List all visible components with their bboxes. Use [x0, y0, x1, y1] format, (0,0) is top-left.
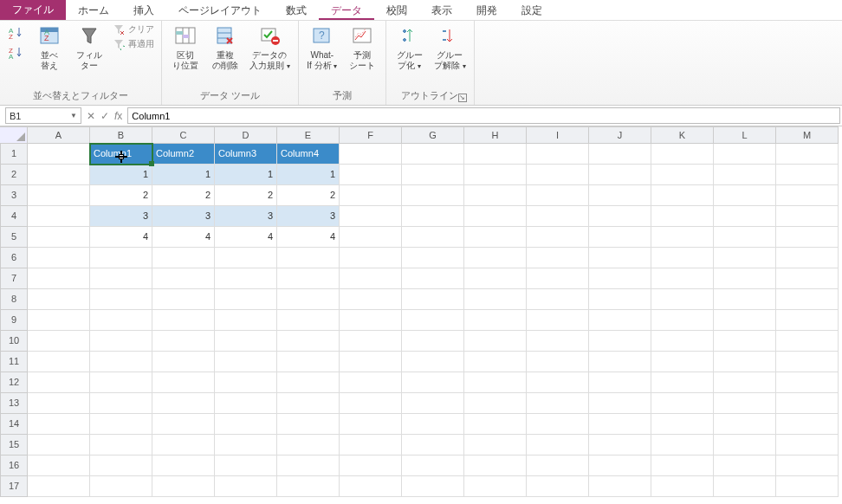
cell[interactable]: 2: [90, 185, 152, 206]
cell[interactable]: [90, 248, 152, 268]
reapply-filter-button[interactable]: 再適用: [111, 37, 156, 51]
cell[interactable]: 2: [215, 185, 277, 206]
cell[interactable]: [776, 268, 839, 289]
cell[interactable]: [402, 268, 464, 289]
tab-view[interactable]: 表示: [419, 0, 464, 20]
cell[interactable]: [340, 310, 402, 331]
cell[interactable]: [277, 248, 340, 268]
cell[interactable]: [651, 144, 714, 165]
cell[interactable]: [714, 456, 776, 476]
whatif-button[interactable]: ? What- If 分析 ▾: [304, 23, 340, 74]
cell[interactable]: [28, 414, 90, 435]
cell[interactable]: [402, 331, 464, 352]
cell[interactable]: [215, 393, 277, 414]
cell[interactable]: [589, 206, 651, 227]
cell[interactable]: [714, 310, 776, 331]
clear-filter-button[interactable]: クリア: [111, 23, 156, 36]
row-header[interactable]: 11: [0, 352, 28, 372]
row-header[interactable]: 1: [0, 144, 28, 165]
cell[interactable]: [28, 456, 90, 476]
cell[interactable]: [402, 227, 464, 248]
cell[interactable]: [651, 227, 714, 248]
select-all-corner[interactable]: [0, 126, 28, 144]
cell[interactable]: [464, 435, 527, 456]
cell[interactable]: [152, 456, 215, 476]
data-validation-button[interactable]: データの 入力規則 ▾: [247, 23, 293, 74]
cell[interactable]: [340, 185, 402, 206]
cell[interactable]: [28, 165, 90, 185]
cell[interactable]: [651, 393, 714, 414]
row-header[interactable]: 7: [0, 268, 28, 289]
cell[interactable]: [340, 435, 402, 456]
cell[interactable]: [340, 456, 402, 476]
dialog-launcher-icon[interactable]: ↘: [458, 94, 467, 102]
cell[interactable]: [776, 310, 839, 331]
tab-settings[interactable]: 設定: [509, 0, 554, 20]
cell[interactable]: 3: [90, 206, 152, 227]
row-header[interactable]: 10: [0, 331, 28, 352]
cell[interactable]: [589, 165, 651, 185]
cell[interactable]: [589, 414, 651, 435]
cell[interactable]: [340, 206, 402, 227]
cell[interactable]: [464, 227, 527, 248]
cell[interactable]: [589, 185, 651, 206]
cell[interactable]: [402, 372, 464, 393]
confirm-formula-button[interactable]: ✓: [100, 110, 109, 122]
cell[interactable]: [340, 352, 402, 372]
cell[interactable]: [464, 289, 527, 310]
tab-page-layout[interactable]: ページレイアウト: [166, 0, 274, 20]
cell[interactable]: [527, 352, 589, 372]
cell[interactable]: [714, 476, 776, 497]
cell[interactable]: [28, 435, 90, 456]
cell[interactable]: [776, 414, 839, 435]
cell[interactable]: 1: [152, 165, 215, 185]
col-header[interactable]: M: [776, 126, 839, 144]
cell[interactable]: [527, 414, 589, 435]
cell[interactable]: [527, 144, 589, 165]
cell[interactable]: [215, 476, 277, 497]
cell[interactable]: [152, 352, 215, 372]
col-header[interactable]: F: [340, 126, 402, 144]
cell[interactable]: [152, 476, 215, 497]
tab-home[interactable]: ホーム: [66, 0, 121, 20]
cell[interactable]: [464, 331, 527, 352]
cell[interactable]: [90, 268, 152, 289]
cell[interactable]: [152, 393, 215, 414]
cell[interactable]: [215, 414, 277, 435]
row-header[interactable]: 8: [0, 289, 28, 310]
cell[interactable]: [527, 372, 589, 393]
cell[interactable]: [90, 456, 152, 476]
row-header[interactable]: 17: [0, 476, 28, 497]
cell[interactable]: [340, 165, 402, 185]
cell[interactable]: [464, 352, 527, 372]
cell[interactable]: [714, 414, 776, 435]
cell[interactable]: [651, 248, 714, 268]
cell[interactable]: [402, 206, 464, 227]
cell[interactable]: [340, 268, 402, 289]
cell[interactable]: 3: [277, 206, 340, 227]
cell[interactable]: [28, 372, 90, 393]
cell[interactable]: [714, 372, 776, 393]
cell[interactable]: [215, 352, 277, 372]
sort-desc-button[interactable]: ZA: [7, 44, 26, 61]
col-header[interactable]: C: [152, 126, 215, 144]
cell[interactable]: [277, 268, 340, 289]
col-header[interactable]: H: [464, 126, 527, 144]
cell[interactable]: [651, 372, 714, 393]
cell[interactable]: Column1: [90, 144, 152, 165]
cell[interactable]: [464, 268, 527, 289]
cell[interactable]: Column3: [215, 144, 277, 165]
cell[interactable]: [215, 372, 277, 393]
cell[interactable]: [90, 372, 152, 393]
cell[interactable]: 1: [277, 165, 340, 185]
row-header[interactable]: 16: [0, 456, 28, 476]
cell[interactable]: 4: [152, 227, 215, 248]
insert-function-button[interactable]: fx: [114, 110, 122, 122]
sort-asc-button[interactable]: AZ: [7, 24, 26, 42]
cell[interactable]: [28, 352, 90, 372]
row-header[interactable]: 2: [0, 165, 28, 185]
row-header[interactable]: 3: [0, 185, 28, 206]
cell[interactable]: [464, 310, 527, 331]
cell[interactable]: [589, 268, 651, 289]
cell[interactable]: [277, 310, 340, 331]
